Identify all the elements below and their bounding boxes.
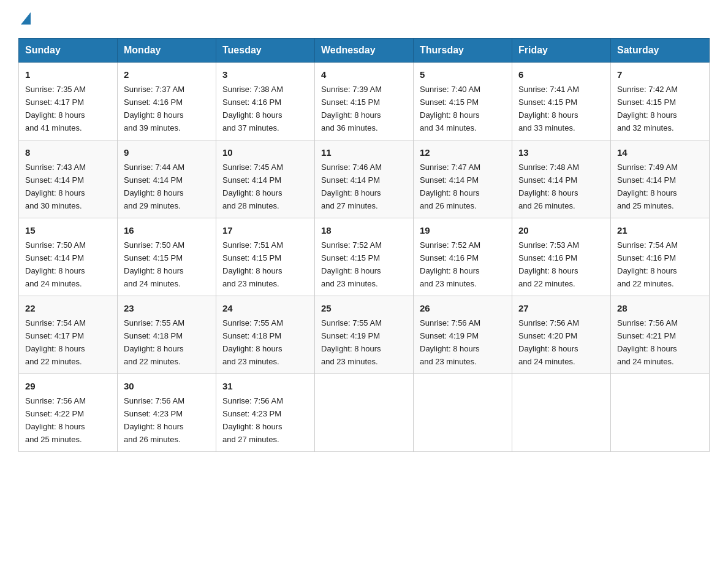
day-sunrise: Sunrise: 7:42 AM [617,85,678,94]
day-daylight2: and 29 minutes. [124,201,181,210]
calendar-cell: 9 Sunrise: 7:44 AM Sunset: 4:14 PM Dayli… [118,140,216,218]
day-daylight2: and 25 minutes. [617,201,674,210]
calendar-week-row: 8 Sunrise: 7:43 AM Sunset: 4:14 PM Dayli… [19,140,710,218]
day-daylight2: and 30 minutes. [25,201,82,210]
day-number: 16 [124,223,210,237]
day-daylight2: and 23 minutes. [321,279,378,288]
day-sunrise: Sunrise: 7:55 AM [321,318,382,327]
day-daylight2: and 33 minutes. [518,123,575,132]
calendar-cell: 26 Sunrise: 7:56 AM Sunset: 4:19 PM Dayl… [414,296,512,373]
calendar-cell: 17 Sunrise: 7:51 AM Sunset: 4:15 PM Dayl… [216,218,315,296]
day-sunset: Sunset: 4:15 PM [420,98,479,107]
calendar-cell: 21 Sunrise: 7:54 AM Sunset: 4:16 PM Dayl… [611,218,710,296]
day-sunrise: Sunrise: 7:37 AM [124,85,184,94]
day-number: 28 [617,301,703,315]
calendar-cell: 15 Sunrise: 7:50 AM Sunset: 4:14 PM Dayl… [19,218,118,296]
day-daylight: Daylight: 8 hours [25,188,85,197]
calendar-cell [512,373,611,451]
day-daylight: Daylight: 8 hours [518,110,578,120]
day-sunrise: Sunrise: 7:43 AM [25,163,86,172]
day-sunset: Sunset: 4:14 PM [124,175,183,185]
day-number: 12 [420,145,506,159]
day-number: 18 [321,223,407,237]
day-number: 4 [321,67,407,82]
day-number: 17 [222,223,308,237]
day-sunset: Sunset: 4:15 PM [124,253,183,262]
calendar-cell: 24 Sunrise: 7:55 AM Sunset: 4:18 PM Dayl… [216,296,315,373]
day-number: 6 [518,67,604,82]
day-number: 21 [617,223,703,237]
day-number: 3 [222,67,308,82]
col-header-monday: Monday [118,39,216,63]
day-sunrise: Sunrise: 7:56 AM [222,396,283,405]
col-header-saturday: Saturday [611,39,710,63]
day-sunset: Sunset: 4:17 PM [25,98,84,107]
day-number: 8 [25,145,111,159]
day-daylight: Daylight: 8 hours [25,422,85,431]
day-sunset: Sunset: 4:23 PM [222,409,281,418]
calendar-cell: 22 Sunrise: 7:54 AM Sunset: 4:17 PM Dayl… [19,296,118,373]
day-daylight: Daylight: 8 hours [420,188,480,197]
day-sunset: Sunset: 4:18 PM [124,331,183,340]
day-daylight: Daylight: 8 hours [518,266,578,275]
day-daylight2: and 25 minutes. [25,435,82,444]
day-sunset: Sunset: 4:22 PM [25,409,84,418]
day-daylight: Daylight: 8 hours [617,110,677,120]
calendar-cell: 28 Sunrise: 7:56 AM Sunset: 4:21 PM Dayl… [611,296,710,373]
day-daylight2: and 24 minutes. [25,279,82,288]
day-sunset: Sunset: 4:20 PM [518,331,577,340]
day-daylight: Daylight: 8 hours [420,266,480,275]
day-daylight2: and 23 minutes. [420,279,477,288]
day-sunset: Sunset: 4:16 PM [617,253,676,262]
day-daylight: Daylight: 8 hours [321,266,381,275]
calendar-cell: 12 Sunrise: 7:47 AM Sunset: 4:14 PM Dayl… [414,140,512,218]
day-sunrise: Sunrise: 7:46 AM [321,163,382,172]
day-daylight2: and 28 minutes. [222,201,279,210]
calendar-table: SundayMondayTuesdayWednesdayThursdayFrid… [18,38,710,452]
day-daylight: Daylight: 8 hours [420,344,480,353]
day-number: 9 [124,145,210,159]
calendar-cell: 2 Sunrise: 7:37 AM Sunset: 4:16 PM Dayli… [118,63,216,140]
calendar-cell: 4 Sunrise: 7:39 AM Sunset: 4:15 PM Dayli… [315,63,414,140]
calendar-cell: 13 Sunrise: 7:48 AM Sunset: 4:14 PM Dayl… [512,140,611,218]
calendar-cell: 30 Sunrise: 7:56 AM Sunset: 4:23 PM Dayl… [118,373,216,451]
day-daylight: Daylight: 8 hours [124,344,184,353]
day-sunset: Sunset: 4:15 PM [321,253,380,262]
day-daylight2: and 34 minutes. [420,123,477,132]
day-number: 20 [518,223,604,237]
day-sunrise: Sunrise: 7:45 AM [222,163,283,172]
col-header-wednesday: Wednesday [315,39,414,63]
day-daylight2: and 24 minutes. [518,357,575,366]
day-sunset: Sunset: 4:16 PM [420,253,479,262]
calendar-cell [414,373,512,451]
day-daylight: Daylight: 8 hours [617,344,677,353]
day-sunset: Sunset: 4:16 PM [222,98,281,107]
day-sunset: Sunset: 4:14 PM [518,175,577,185]
day-number: 7 [617,67,703,82]
day-number: 30 [124,379,210,393]
day-sunrise: Sunrise: 7:51 AM [222,240,283,250]
day-daylight2: and 24 minutes. [124,279,181,288]
day-sunrise: Sunrise: 7:39 AM [321,85,382,94]
day-daylight: Daylight: 8 hours [321,110,381,120]
calendar-week-row: 1 Sunrise: 7:35 AM Sunset: 4:17 PM Dayli… [19,63,710,140]
day-sunset: Sunset: 4:16 PM [518,253,577,262]
day-sunrise: Sunrise: 7:55 AM [222,318,283,327]
day-daylight2: and 26 minutes. [518,201,575,210]
calendar-cell: 8 Sunrise: 7:43 AM Sunset: 4:14 PM Dayli… [19,140,118,218]
day-sunset: Sunset: 4:14 PM [617,175,676,185]
day-sunrise: Sunrise: 7:38 AM [222,85,283,94]
day-daylight2: and 27 minutes. [321,201,378,210]
day-daylight2: and 22 minutes. [25,357,82,366]
day-sunrise: Sunrise: 7:50 AM [124,240,184,250]
day-daylight: Daylight: 8 hours [420,110,480,120]
calendar-cell: 27 Sunrise: 7:56 AM Sunset: 4:20 PM Dayl… [512,296,611,373]
day-daylight2: and 37 minutes. [222,123,279,132]
day-daylight2: and 23 minutes. [420,357,477,366]
day-sunrise: Sunrise: 7:54 AM [25,318,86,327]
calendar-cell: 10 Sunrise: 7:45 AM Sunset: 4:14 PM Dayl… [216,140,315,218]
day-sunset: Sunset: 4:15 PM [617,98,676,107]
day-daylight: Daylight: 8 hours [222,110,282,120]
day-daylight2: and 22 minutes. [124,357,181,366]
calendar-cell: 19 Sunrise: 7:52 AM Sunset: 4:16 PM Dayl… [414,218,512,296]
